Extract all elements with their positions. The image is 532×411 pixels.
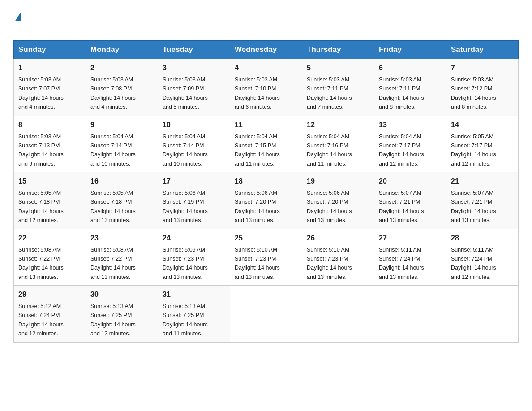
day-info: Sunrise: 5:12 AMSunset: 7:24 PMDaylight:…	[18, 303, 64, 337]
day-info: Sunrise: 5:08 AMSunset: 7:22 PMDaylight:…	[90, 247, 136, 280]
calendar-cell	[446, 286, 519, 342]
day-number: 23	[90, 233, 153, 244]
calendar-cell: 26 Sunrise: 5:10 AMSunset: 7:23 PMDaylig…	[302, 229, 374, 286]
calendar-cell: 2 Sunrise: 5:03 AMSunset: 7:08 PMDayligh…	[86, 59, 158, 116]
logo-arrow-icon	[15, 12, 21, 21]
day-number: 29	[18, 289, 81, 300]
calendar-cell	[230, 286, 302, 342]
calendar-cell: 24 Sunrise: 5:09 AMSunset: 7:23 PMDaylig…	[158, 229, 230, 286]
calendar-cell: 6 Sunrise: 5:03 AMSunset: 7:11 PMDayligh…	[374, 59, 446, 116]
day-info: Sunrise: 5:11 AMSunset: 7:24 PMDaylight:…	[451, 247, 496, 280]
day-number: 22	[18, 233, 81, 244]
calendar-cell: 5 Sunrise: 5:03 AMSunset: 7:11 PMDayligh…	[302, 59, 374, 116]
day-info: Sunrise: 5:03 AMSunset: 7:07 PMDaylight:…	[18, 77, 64, 110]
day-info: Sunrise: 5:11 AMSunset: 7:24 PMDaylight:…	[379, 247, 424, 280]
day-header-tuesday: Tuesday	[158, 41, 230, 59]
day-info: Sunrise: 5:03 AMSunset: 7:10 PMDaylight:…	[235, 77, 280, 110]
calendar-cell: 31 Sunrise: 5:13 AMSunset: 7:25 PMDaylig…	[158, 286, 230, 342]
week-row-3: 15 Sunrise: 5:05 AMSunset: 7:18 PMDaylig…	[14, 172, 519, 229]
day-info: Sunrise: 5:05 AMSunset: 7:18 PMDaylight:…	[90, 190, 136, 223]
calendar-cell: 23 Sunrise: 5:08 AMSunset: 7:22 PMDaylig…	[86, 229, 158, 286]
day-number: 8	[18, 120, 81, 130]
logo: General	[13, 9, 62, 36]
calendar-cell: 3 Sunrise: 5:03 AMSunset: 7:09 PMDayligh…	[158, 59, 230, 116]
calendar-table: SundayMondayTuesdayWednesdayThursdayFrid…	[13, 40, 519, 342]
day-info: Sunrise: 5:03 AMSunset: 7:12 PMDaylight:…	[451, 77, 496, 110]
day-info: Sunrise: 5:06 AMSunset: 7:19 PMDaylight:…	[163, 190, 208, 223]
day-number: 5	[307, 63, 369, 73]
day-number: 16	[90, 176, 153, 187]
calendar-cell: 22 Sunrise: 5:08 AMSunset: 7:22 PMDaylig…	[14, 229, 86, 286]
day-number: 2	[90, 63, 153, 73]
day-number: 18	[235, 176, 297, 187]
day-info: Sunrise: 5:13 AMSunset: 7:25 PMDaylight:…	[90, 303, 136, 337]
day-number: 6	[379, 63, 442, 73]
day-number: 27	[379, 233, 442, 244]
page-header: General	[13, 9, 519, 36]
calendar-cell: 21 Sunrise: 5:07 AMSunset: 7:21 PMDaylig…	[446, 172, 519, 229]
week-row-5: 29 Sunrise: 5:12 AMSunset: 7:24 PMDaylig…	[14, 286, 519, 342]
calendar-cell: 29 Sunrise: 5:12 AMSunset: 7:24 PMDaylig…	[14, 286, 86, 342]
day-header-monday: Monday	[86, 41, 158, 59]
day-info: Sunrise: 5:04 AMSunset: 7:15 PMDaylight:…	[235, 133, 280, 167]
day-header-sunday: Sunday	[14, 41, 86, 59]
day-info: Sunrise: 5:05 AMSunset: 7:17 PMDaylight:…	[451, 133, 496, 167]
day-number: 1	[18, 63, 81, 73]
day-info: Sunrise: 5:03 AMSunset: 7:11 PMDaylight:…	[379, 77, 424, 110]
calendar-cell	[374, 286, 446, 342]
day-header-wednesday: Wednesday	[230, 41, 302, 59]
calendar-cell: 20 Sunrise: 5:07 AMSunset: 7:21 PMDaylig…	[374, 172, 446, 229]
day-header-saturday: Saturday	[446, 41, 519, 59]
day-number: 9	[90, 120, 153, 130]
day-header-friday: Friday	[374, 41, 446, 59]
calendar-cell: 25 Sunrise: 5:10 AMSunset: 7:23 PMDaylig…	[230, 229, 302, 286]
calendar-cell: 17 Sunrise: 5:06 AMSunset: 7:19 PMDaylig…	[158, 172, 230, 229]
day-number: 30	[90, 289, 153, 300]
day-number: 21	[451, 176, 514, 187]
calendar-cell: 14 Sunrise: 5:05 AMSunset: 7:17 PMDaylig…	[446, 116, 519, 172]
day-number: 25	[235, 233, 297, 244]
calendar-cell: 13 Sunrise: 5:04 AMSunset: 7:17 PMDaylig…	[374, 116, 446, 172]
day-number: 12	[307, 120, 369, 130]
day-info: Sunrise: 5:04 AMSunset: 7:16 PMDaylight:…	[307, 133, 352, 167]
day-number: 3	[163, 63, 225, 73]
day-info: Sunrise: 5:06 AMSunset: 7:20 PMDaylight:…	[235, 190, 280, 223]
day-info: Sunrise: 5:03 AMSunset: 7:08 PMDaylight:…	[90, 77, 136, 110]
day-number: 31	[163, 289, 225, 300]
calendar-cell: 18 Sunrise: 5:06 AMSunset: 7:20 PMDaylig…	[230, 172, 302, 229]
calendar-cell	[302, 286, 374, 342]
day-info: Sunrise: 5:04 AMSunset: 7:14 PMDaylight:…	[163, 133, 208, 167]
calendar-cell: 9 Sunrise: 5:04 AMSunset: 7:14 PMDayligh…	[86, 116, 158, 172]
day-header-thursday: Thursday	[302, 41, 374, 59]
day-info: Sunrise: 5:08 AMSunset: 7:22 PMDaylight:…	[18, 247, 64, 280]
day-info: Sunrise: 5:10 AMSunset: 7:23 PMDaylight:…	[235, 247, 280, 280]
day-info: Sunrise: 5:09 AMSunset: 7:23 PMDaylight:…	[163, 247, 208, 280]
calendar-cell: 12 Sunrise: 5:04 AMSunset: 7:16 PMDaylig…	[302, 116, 374, 172]
header-row: SundayMondayTuesdayWednesdayThursdayFrid…	[14, 41, 519, 59]
day-number: 7	[451, 63, 514, 73]
day-info: Sunrise: 5:13 AMSunset: 7:25 PMDaylight:…	[163, 303, 208, 337]
day-info: Sunrise: 5:07 AMSunset: 7:21 PMDaylight:…	[379, 190, 424, 223]
week-row-4: 22 Sunrise: 5:08 AMSunset: 7:22 PMDaylig…	[14, 229, 519, 286]
day-info: Sunrise: 5:03 AMSunset: 7:09 PMDaylight:…	[163, 77, 208, 110]
day-number: 26	[307, 233, 369, 244]
day-number: 17	[163, 176, 225, 187]
calendar-cell: 7 Sunrise: 5:03 AMSunset: 7:12 PMDayligh…	[446, 59, 519, 116]
day-number: 11	[235, 120, 297, 130]
day-info: Sunrise: 5:10 AMSunset: 7:23 PMDaylight:…	[307, 247, 352, 280]
week-row-2: 8 Sunrise: 5:03 AMSunset: 7:13 PMDayligh…	[14, 116, 519, 172]
day-number: 24	[163, 233, 225, 244]
calendar-cell: 10 Sunrise: 5:04 AMSunset: 7:14 PMDaylig…	[158, 116, 230, 172]
day-info: Sunrise: 5:03 AMSunset: 7:13 PMDaylight:…	[18, 133, 64, 167]
day-info: Sunrise: 5:04 AMSunset: 7:14 PMDaylight:…	[90, 133, 136, 167]
calendar-cell: 4 Sunrise: 5:03 AMSunset: 7:10 PMDayligh…	[230, 59, 302, 116]
calendar-cell: 8 Sunrise: 5:03 AMSunset: 7:13 PMDayligh…	[14, 116, 86, 172]
calendar-cell: 15 Sunrise: 5:05 AMSunset: 7:18 PMDaylig…	[14, 172, 86, 229]
day-number: 20	[379, 176, 442, 187]
day-number: 19	[307, 176, 369, 187]
calendar-cell: 30 Sunrise: 5:13 AMSunset: 7:25 PMDaylig…	[86, 286, 158, 342]
day-info: Sunrise: 5:07 AMSunset: 7:21 PMDaylight:…	[451, 190, 496, 223]
calendar-cell: 11 Sunrise: 5:04 AMSunset: 7:15 PMDaylig…	[230, 116, 302, 172]
day-info: Sunrise: 5:04 AMSunset: 7:17 PMDaylight:…	[379, 133, 424, 167]
calendar-cell: 16 Sunrise: 5:05 AMSunset: 7:18 PMDaylig…	[86, 172, 158, 229]
